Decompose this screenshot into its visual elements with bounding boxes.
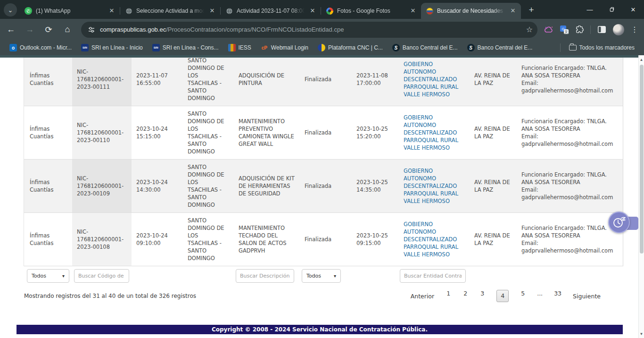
tab-actividad[interactable]: Actividad 2023-11-07 08:00: ✕ — [221, 3, 321, 19]
cell-fecha-fin: 2023-10-25 14:35:00 — [352, 160, 399, 212]
table-row[interactable]: Ínfimas Cuantías NIC-1768120600001-2023-… — [24, 106, 623, 160]
iess-icon — [228, 44, 236, 51]
code-search-input[interactable] — [74, 269, 129, 283]
tab-title: Actividad 2023-11-07 08:00: — [237, 8, 305, 14]
all-bookmarks-label: Todos los marcadores — [579, 44, 635, 51]
cell-descripcion: MANTENIMIENTO PREVENTIVO CAMIONETA WINGL… — [234, 106, 300, 159]
tab-google-fotos[interactable]: Fotos - Google Fotos ✕ — [321, 3, 421, 19]
bookmark-iess[interactable]: IESS — [223, 42, 256, 53]
site-settings-icon[interactable] — [88, 26, 95, 34]
pagination-next[interactable]: Siguiente — [573, 293, 601, 300]
pagination-page[interactable]: 33 — [554, 290, 561, 302]
close-icon[interactable]: ✕ — [208, 7, 216, 15]
close-icon[interactable]: ✕ — [509, 7, 517, 15]
bookmark-outlook[interactable]: o Outlook.com - Micr... — [5, 42, 76, 53]
contact-email: gadprvallehermoso@hotmail.com — [521, 247, 618, 254]
copyright-text: Copyright © 2008 - 2024 Servicio Naciona… — [212, 326, 428, 333]
minimize-button[interactable]: — — [579, 0, 601, 19]
bookmark-label: SRI en Línea - Inicio — [91, 44, 143, 51]
table-meta-row: Mostrando registros del 31 al 40 de un t… — [24, 289, 601, 303]
status-filter-value: Todos — [306, 273, 321, 279]
bookmark-plataforma-cnc[interactable]: Plataforma CNC | C... — [313, 42, 388, 53]
bookmark-banco-central-2[interactable]: S Banco Central del E... — [462, 42, 537, 53]
table-row[interactable]: Ínfimas Cuantías NIC-1768120600001-2023-… — [24, 160, 623, 213]
extensions-puzzle-icon[interactable] — [575, 25, 584, 34]
side-panel-icon[interactable] — [597, 25, 606, 34]
tab-buscador-necesidades-active[interactable]: Buscador de Necesidades de ✕ — [421, 3, 521, 19]
pagination-page[interactable]: 4 — [496, 290, 509, 302]
bookmark-label: Banco Central del E... — [478, 44, 533, 51]
browser-menu-icon[interactable]: ⋮ — [631, 25, 638, 34]
cell-estado: Finalizada — [300, 213, 352, 266]
bookmark-label: IESS — [239, 44, 251, 51]
close-icon[interactable]: ✕ — [107, 7, 116, 15]
close-window-button[interactable]: ✕ — [622, 0, 644, 19]
weather-extension-icon[interactable] — [544, 26, 553, 34]
cell-tipo: Ínfimas Cuantías — [24, 160, 72, 212]
contact-email-label: Email: — [521, 186, 618, 194]
entity-link[interactable]: GOBIERNO AUTONOMO DESCENTRALIZADO PARROQ… — [404, 60, 465, 98]
bookmark-banco-central-1[interactable]: S Banco Central del E... — [388, 42, 462, 53]
table-row[interactable]: Ínfimas Cuantías NIC-1768120600001-2023-… — [24, 55, 623, 106]
pagination-page[interactable]: 1 — [446, 290, 451, 302]
status-filter-select[interactable]: Todos ▾ — [302, 269, 341, 283]
bookmark-sri-consultas[interactable]: SRI SRI en Línea - Cons... — [148, 42, 223, 53]
outlook-icon: o — [9, 44, 17, 51]
quick-timer-button[interactable] — [608, 211, 630, 233]
back-button[interactable]: ← — [3, 22, 19, 38]
tab-seleccione-actividad[interactable]: Seleccione Actividad a modi ✕ — [120, 3, 220, 19]
browser-toolbar: ← → ⟳ ⌂ compraspublicas.gob.ec/ProcesoCo… — [0, 19, 644, 40]
site-footer: Copyright © 2008 - 2024 Servicio Naciona… — [17, 325, 623, 334]
entity-link[interactable]: GOBIERNO AUTONOMO DESCENTRALIZADO PARROQ… — [404, 167, 465, 205]
pagination-pages: 12345...33 — [446, 290, 561, 302]
close-icon[interactable]: ✕ — [409, 7, 417, 15]
bookmark-label: Webmail Login — [271, 44, 308, 51]
winged-clock-icon — [612, 215, 626, 229]
type-filter-select[interactable]: Todos ▾ — [27, 269, 69, 283]
close-icon[interactable]: ✕ — [308, 7, 317, 15]
bce-globe-icon: S — [467, 44, 475, 51]
address-bar[interactable]: compraspublicas.gob.ec/ProcesoContrataci… — [81, 22, 537, 38]
whatsapp-icon: ✆ — [25, 7, 32, 15]
home-button[interactable]: ⌂ — [59, 22, 75, 38]
scroll-up-arrow-icon[interactable]: ▲ — [639, 56, 644, 63]
cell-contacto: Funcionario Encargado: TNLGA. ANA SOSA T… — [517, 106, 623, 159]
cell-entidad: GOBIERNO AUTONOMO DESCENTRALIZADO PARROQ… — [399, 213, 470, 266]
pagination-page[interactable]: 5 — [520, 290, 526, 302]
tab-title: Seleccione Actividad a modi — [136, 8, 204, 14]
new-tab-button[interactable]: + — [525, 3, 538, 17]
maximize-button[interactable] — [601, 0, 622, 19]
all-bookmarks-button[interactable]: Todos los marcadores — [564, 42, 639, 53]
scroll-down-arrow-icon[interactable]: ▼ — [639, 330, 644, 337]
cell-tipo: Ínfimas Cuantías — [24, 106, 72, 159]
cell-direccion: AV. REINA DE LA PAZ — [470, 106, 517, 159]
translate-icon[interactable]: G文 — [560, 25, 569, 34]
pagination-prev[interactable]: Anterior — [411, 293, 434, 300]
entity-link[interactable]: GOBIERNO AUTONOMO DESCENTRALIZADO PARROQ… — [404, 114, 465, 152]
pagination-page[interactable]: ... — [537, 290, 543, 302]
google-photos-icon — [326, 7, 333, 15]
bookmark-star-icon[interactable]: ☆ — [526, 25, 533, 34]
tab-whatsapp[interactable]: ✆ (1) WhatsApp ✕ — [20, 3, 120, 19]
description-search-input[interactable] — [236, 269, 294, 283]
cell-tipo: Ínfimas Cuantías — [24, 213, 72, 266]
cell-localidad: SANTO DOMINGO DE LOS TSACHILAS - SANTO D… — [183, 160, 234, 212]
pagination-page[interactable]: 3 — [479, 290, 485, 302]
cell-contacto: Funcionario Encargado: TNLGA. ANA SOSA T… — [517, 160, 623, 212]
entity-search-input[interactable] — [400, 269, 466, 283]
tab-search-button[interactable]: ⌄ — [4, 3, 17, 17]
forward-button[interactable]: → — [22, 22, 38, 38]
cell-localidad: SANTO DOMINGO DE LOS TSACHILAS - SANTO D… — [183, 106, 234, 159]
pagination-page[interactable]: 2 — [462, 290, 468, 302]
table-row[interactable]: Ínfimas Cuantías NIC-1768120600001-2023-… — [24, 213, 623, 266]
necesidades-table: Ínfimas Cuantías NIC-1768120600001-2023-… — [24, 55, 623, 266]
vertical-scrollbar[interactable]: ▲ ▼ — [638, 55, 644, 338]
bookmark-webmail[interactable]: cP Webmail Login — [256, 42, 313, 53]
bookmark-sri-inicio[interactable]: SRI SRI en Línea - Inicio — [76, 42, 148, 53]
tab-title: Buscador de Necesidades de — [437, 8, 505, 14]
scrollbar-thumb[interactable] — [640, 65, 644, 254]
reload-button[interactable]: ⟳ — [41, 22, 57, 38]
cell-codigo: NIC-1768120600001-2023-00109 — [72, 160, 132, 212]
entity-link[interactable]: GOBIERNO AUTONOMO DESCENTRALIZADO PARROQ… — [404, 220, 465, 258]
profile-avatar[interactable] — [613, 24, 624, 35]
